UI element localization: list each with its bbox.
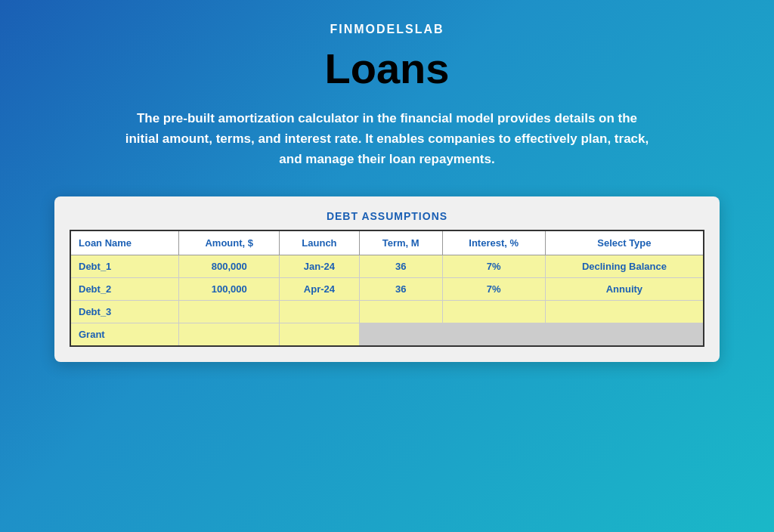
- table-cell: [179, 323, 280, 346]
- table-cell: [359, 300, 442, 323]
- table-row: Debt_2100,000Apr-24367%Annuity: [70, 277, 704, 300]
- col-header-term: Term, M: [359, 230, 442, 255]
- table-cell: 36: [359, 277, 442, 300]
- brand-label: FINMODELSLAB: [330, 23, 444, 36]
- table-cell: 800,000: [179, 255, 280, 277]
- description-text: The pre-built amortization calculator in…: [122, 108, 652, 170]
- col-header-select-type: Select Type: [545, 230, 704, 255]
- table-cell: Debt_1: [70, 255, 179, 277]
- table-cell: 36: [359, 255, 442, 277]
- table-cell: [359, 323, 442, 346]
- col-header-amount: Amount, $: [179, 230, 280, 255]
- table-row: Grant: [70, 323, 704, 346]
- table-section-title: DEBT ASSUMPTIONS: [70, 210, 704, 222]
- table-container: DEBT ASSUMPTIONS Loan Name Amount, $ Lau…: [54, 196, 720, 362]
- table-row: Debt_1800,000Jan-24367%Declining Balance: [70, 255, 704, 277]
- page-title: Loans: [325, 44, 450, 93]
- table-header-row: Loan Name Amount, $ Launch Term, M Inter…: [70, 230, 704, 255]
- table-cell: [545, 323, 704, 346]
- table-cell: Jan-24: [280, 255, 360, 277]
- col-header-launch: Launch: [280, 230, 360, 255]
- table-cell: Debt_3: [70, 300, 179, 323]
- debt-assumptions-table: Loan Name Amount, $ Launch Term, M Inter…: [70, 230, 704, 347]
- col-header-interest: Interest, %: [442, 230, 545, 255]
- table-cell: Apr-24: [280, 277, 360, 300]
- table-row: Debt_3: [70, 300, 704, 323]
- table-cell: Debt_2: [70, 277, 179, 300]
- table-cell: [280, 300, 360, 323]
- table-cell: Declining Balance: [545, 255, 704, 277]
- table-cell: [442, 300, 545, 323]
- table-cell: 100,000: [179, 277, 280, 300]
- table-cell: 7%: [442, 255, 545, 277]
- table-cell: [280, 323, 360, 346]
- col-header-loan-name: Loan Name: [70, 230, 179, 255]
- table-cell: [442, 323, 545, 346]
- table-cell: [179, 300, 280, 323]
- table-cell: 7%: [442, 277, 545, 300]
- table-cell: Annuity: [545, 277, 704, 300]
- table-cell: [545, 300, 704, 323]
- table-cell: Grant: [70, 323, 179, 346]
